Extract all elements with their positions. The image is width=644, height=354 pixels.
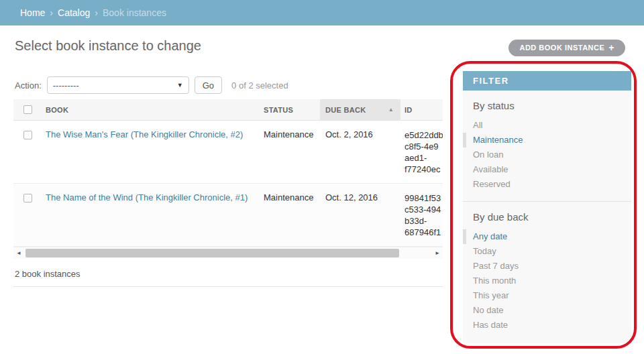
scroll-right-icon[interactable]: ► (432, 247, 443, 259)
row-checkbox[interactable] (23, 194, 32, 202)
filter-panel-title: FILTER (463, 71, 631, 91)
id-line: b33d- (405, 215, 443, 227)
filter-section-by-status: By status All Maintenance On loan Availa… (463, 91, 631, 201)
filter-option-available[interactable]: Available (463, 162, 631, 177)
filter-option-on-loan[interactable]: On loan (463, 148, 631, 162)
id-line: c533-494 (405, 204, 443, 215)
add-button-label: ADD BOOK INSTANCE (519, 40, 604, 56)
book-link[interactable]: The Wise Man's Fear (The Kingkiller Chro… (46, 129, 243, 139)
filter-option-label[interactable]: This year (473, 290, 508, 300)
column-header-due-back[interactable]: DUE BACK ▲ (320, 99, 400, 121)
filter-option-all[interactable]: All (463, 118, 631, 133)
row-checkbox[interactable] (23, 131, 32, 139)
selection-count: 0 of 2 selected (231, 80, 288, 91)
id-line: c8f5-4e9 (405, 141, 443, 152)
filter-option-past-7-days[interactable]: Past 7 days (463, 259, 631, 274)
due-back-cell: Oct. 2, 2016 (320, 129, 400, 139)
add-book-instance-button[interactable]: ADD BOOK INSTANCE + (508, 40, 625, 56)
due-back-cell: Oct. 12, 2016 (320, 192, 400, 202)
filter-option-label[interactable]: Any date (473, 231, 507, 241)
result-count: 2 book instances (13, 269, 443, 279)
status-cell: Maintenance (258, 192, 320, 202)
action-bar: Action: --------- ▼ Go 0 of 2 selected (15, 76, 288, 94)
filter-panel: FILTER By status All Maintenance On loan… (463, 71, 631, 343)
filter-option-label[interactable]: On loan (473, 150, 504, 160)
filter-option-label[interactable]: No date (473, 305, 504, 315)
filter-option-label[interactable]: All (473, 120, 482, 130)
table-header-row: BOOK STATUS DUE BACK ▲ ID (13, 99, 443, 121)
id-line: 99841f53 (405, 192, 443, 204)
action-select-value: --------- (53, 80, 79, 91)
action-select[interactable]: --------- ▼ (47, 76, 189, 94)
breadcrumb: Home›Catalog›Book instances (0, 0, 644, 25)
filter-option-label[interactable]: Past 7 days (473, 261, 519, 271)
filter-option-reserved[interactable]: Reserved (463, 177, 631, 192)
page-title: Select book instance to change (15, 38, 201, 54)
breadcrumb-separator: › (95, 7, 98, 18)
filter-option-label[interactable]: This month (473, 276, 516, 286)
filter-option-has-date[interactable]: Has date (463, 318, 631, 333)
breadcrumb-link-home[interactable]: Home (20, 7, 45, 18)
id-line: f77240ec (405, 164, 443, 175)
column-header-id[interactable]: ID (400, 106, 443, 114)
filter-heading: By due back (463, 202, 631, 229)
go-button[interactable]: Go (195, 76, 222, 94)
filter-option-label[interactable]: Maintenance (473, 135, 523, 145)
filter-option-label[interactable]: Has date (473, 320, 508, 330)
filter-section-by-due-back: By due back Any date Today Past 7 days T… (463, 201, 631, 343)
breadcrumb-separator: › (50, 7, 53, 18)
breadcrumb-link-catalog[interactable]: Catalog (58, 7, 90, 18)
filter-option-this-year[interactable]: This year (463, 288, 631, 303)
table-row: The Wise Man's Fear (The Kingkiller Chro… (13, 121, 443, 184)
scroll-left-icon[interactable]: ◄ (13, 247, 24, 259)
id-line: e5d22ddb (405, 129, 443, 141)
id-cell: e5d22ddb c8f5-4e9 aed1- f77240ec (400, 129, 443, 175)
id-line: 687946f1 (405, 227, 443, 238)
filter-option-label[interactable]: Available (473, 164, 508, 174)
book-instance-table: BOOK STATUS DUE BACK ▲ ID The Wise Man's… (13, 99, 443, 287)
filter-option-label[interactable]: Reserved (473, 179, 511, 189)
id-cell: 99841f53 c533-494 b33d- 687946f1 (400, 192, 443, 238)
filter-option-any-date[interactable]: Any date (463, 229, 631, 244)
book-link[interactable]: The Name of the Wind (The Kingkiller Chr… (46, 192, 248, 202)
column-header-book[interactable]: BOOK (40, 106, 258, 114)
chevron-down-icon: ▼ (177, 82, 183, 88)
sort-ascending-icon[interactable]: ▲ (388, 107, 394, 113)
column-header-status[interactable]: STATUS (258, 106, 320, 114)
status-cell: Maintenance (258, 129, 320, 139)
horizontal-scrollbar[interactable]: ◄ ► (13, 247, 443, 259)
column-header-due-back-label: DUE BACK (325, 106, 366, 114)
filter-option-maintenance[interactable]: Maintenance (463, 133, 631, 148)
action-label: Action: (15, 80, 42, 91)
breadcrumb-current: Book instances (103, 7, 166, 18)
horizontal-scrollbar-thumb[interactable] (25, 249, 399, 257)
filter-heading: By status (463, 91, 631, 118)
filter-option-today[interactable]: Today (463, 244, 631, 259)
filter-option-no-date[interactable]: No date (463, 303, 631, 318)
table-row: The Name of the Wind (The Kingkiller Chr… (13, 184, 443, 247)
filter-option-label[interactable]: Today (473, 246, 496, 256)
divider (13, 286, 443, 287)
filter-option-this-month[interactable]: This month (463, 274, 631, 288)
plus-icon: + (608, 40, 614, 56)
id-line: aed1- (405, 152, 443, 164)
select-all-checkbox[interactable] (23, 105, 32, 114)
